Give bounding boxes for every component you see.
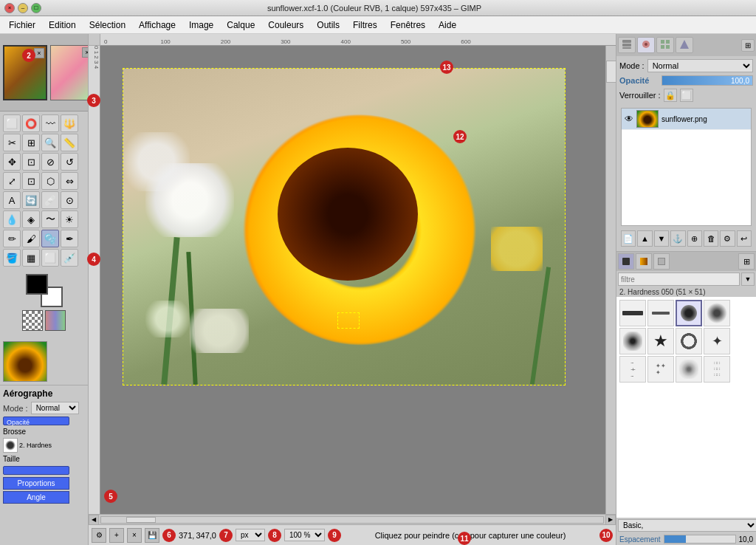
tool-flip[interactable]: ⇔	[61, 172, 78, 190]
tool-heal[interactable]: 🩹	[41, 191, 59, 209]
raise-layer-btn[interactable]: ▲	[637, 230, 652, 247]
proportions-button[interactable]: Proportions	[3, 477, 69, 490]
thumb-close-1[interactable]: ×	[34, 48, 44, 58]
status-btn-3[interactable]: ×	[127, 528, 142, 543]
brush-cell-1[interactable]	[619, 300, 646, 326]
status-btn-4[interactable]: 💾	[145, 528, 159, 543]
brush-cell-2[interactable]	[647, 300, 674, 326]
brush-cell-8[interactable]: ✦	[704, 328, 730, 354]
menu-fichier[interactable]: Fichier	[3, 18, 41, 32]
tool-sharpen[interactable]: ◈	[22, 210, 40, 228]
angle-button[interactable]: Angle	[3, 491, 69, 504]
menu-affichage[interactable]: Affichage	[133, 18, 182, 32]
lock-btn-1[interactable]: 🔒	[664, 89, 677, 102]
canvas-viewport[interactable]: 0 1 2 3 4 13 5	[89, 46, 616, 514]
panel-extra-btn[interactable]: ↩	[737, 230, 752, 247]
brush-cell-5[interactable]	[619, 328, 646, 354]
brushes-grid[interactable]: ★ ✦ ····+···· ✦✦✦	[616, 297, 756, 518]
window-controls[interactable]: × – □	[4, 3, 41, 13]
maximize-button[interactable]: □	[31, 3, 41, 13]
gradient-button[interactable]	[45, 310, 66, 331]
size-slider[interactable]	[3, 466, 69, 475]
menu-couleurs[interactable]: Couleurs	[262, 18, 309, 32]
tool-crop[interactable]: ⊘	[41, 153, 59, 171]
unit-select[interactable]: px	[236, 529, 265, 541]
close-button[interactable]: ×	[4, 3, 15, 13]
tool-align[interactable]: ⊡	[22, 153, 40, 171]
tool-gradient[interactable]: ▦	[22, 249, 40, 267]
tool-eraser[interactable]: ⬜	[41, 249, 59, 267]
foreground-color-swatch[interactable]	[26, 274, 48, 295]
canvas-content[interactable]: 13 5	[100, 46, 605, 514]
panel-tab-layers[interactable]	[618, 37, 636, 53]
brush-filter-btn[interactable]: ▼	[741, 272, 755, 286]
tool-text[interactable]: A	[3, 191, 21, 209]
tool-scissors[interactable]: ✂	[3, 134, 21, 151]
mode-select[interactable]: Normal	[31, 402, 79, 414]
tool-dodge[interactable]: ☀	[61, 210, 78, 228]
tool-ellipse-select[interactable]: ⭕	[22, 114, 40, 132]
layer-visibility-icon[interactable]: 👁	[625, 114, 633, 124]
tool-move[interactable]: ✥	[3, 153, 21, 171]
zoom-select[interactable]: 100 %	[284, 529, 325, 541]
menu-outils[interactable]: Outils	[311, 18, 346, 32]
hscroll-track[interactable]	[100, 516, 604, 524]
brush-cell-10[interactable]: ✦✦✦	[647, 356, 674, 383]
brush-cell-7[interactable]	[676, 328, 702, 354]
thumbnail-1[interactable]: ×	[3, 45, 47, 100]
menu-selection[interactable]: Sélection	[83, 18, 131, 32]
tool-rect-select[interactable]: ⬜	[3, 114, 21, 132]
tool-clone[interactable]: 🔄	[22, 191, 40, 209]
tool-shear[interactable]: ⊡	[22, 172, 40, 190]
menu-image[interactable]: Image	[183, 18, 219, 32]
tool-color-picker[interactable]: 💉	[61, 249, 78, 267]
tool-foreground-select[interactable]: ⊞	[22, 134, 40, 151]
tool-free-select[interactable]: 〰	[41, 114, 59, 132]
vscrollbar[interactable]	[605, 46, 616, 514]
hscroll-right[interactable]: ▶	[605, 515, 616, 525]
menu-aide[interactable]: Aide	[433, 18, 462, 32]
lock-btn-2[interactable]: ⬜	[680, 89, 693, 102]
thumbnail-2[interactable]: ×	[50, 45, 89, 100]
panel-expand[interactable]: ⊞	[741, 39, 755, 52]
spacing-slider[interactable]	[664, 535, 736, 544]
fg-bg-colors[interactable]	[26, 274, 63, 307]
status-btn-2[interactable]: +	[109, 528, 124, 543]
layers-mode-select[interactable]: Normal	[647, 59, 753, 72]
tool-ink[interactable]: ✒	[61, 230, 78, 247]
hscroll-thumb[interactable]	[126, 517, 156, 523]
panel-settings-btn[interactable]: ⚙	[720, 230, 735, 247]
tool-zoom[interactable]: 🔍	[41, 134, 59, 151]
anchor-layer-btn[interactable]: ⚓	[670, 230, 685, 247]
menu-calque[interactable]: Calque	[221, 18, 261, 32]
brush-cell-3[interactable]	[676, 300, 702, 326]
tool-measure[interactable]: 📏	[61, 134, 78, 151]
delete-layer-btn[interactable]: 🗑	[704, 230, 718, 247]
new-layer-btn[interactable]: 📄	[621, 230, 636, 247]
thumb-close-2[interactable]: ×	[82, 47, 89, 58]
tool-rotate[interactable]: ↺	[61, 153, 78, 171]
vscroll-thumb[interactable]	[606, 61, 616, 83]
tool-smudge[interactable]: 〜	[41, 210, 59, 228]
tool-paint-bucket[interactable]: 🪣	[3, 249, 21, 267]
brush-set-select[interactable]: Basic,	[618, 519, 756, 532]
menu-edition[interactable]: Edition	[43, 18, 82, 32]
menu-fenetres[interactable]: Fenêtres	[385, 18, 431, 32]
panel-tab-brushes[interactable]	[637, 37, 655, 53]
brush-cell-9[interactable]: ····+····	[619, 356, 646, 383]
minimize-button[interactable]: –	[18, 3, 28, 13]
brush-filter-input[interactable]	[618, 272, 740, 286]
hscroll-left[interactable]: ◀	[89, 515, 99, 525]
tool-paintbrush[interactable]: 🖌	[22, 230, 40, 247]
brush-cell-11[interactable]	[676, 356, 702, 383]
tool-airbrush[interactable]: 🫧	[41, 230, 59, 247]
tool-perspective[interactable]: ⬡	[41, 172, 59, 190]
merge-layer-btn[interactable]: ⊕	[687, 230, 702, 247]
brush-icon[interactable]	[3, 438, 18, 453]
panel-tab-extra[interactable]	[676, 37, 693, 53]
tool-blur[interactable]: 💧	[3, 210, 21, 228]
panel-tab-patterns[interactable]	[656, 37, 674, 53]
tool-perspective-clone[interactable]: ⊙	[61, 191, 78, 209]
hscrollbar[interactable]: ◀ ▶ 11	[89, 514, 616, 524]
tool-pencil[interactable]: ✏	[3, 230, 21, 247]
